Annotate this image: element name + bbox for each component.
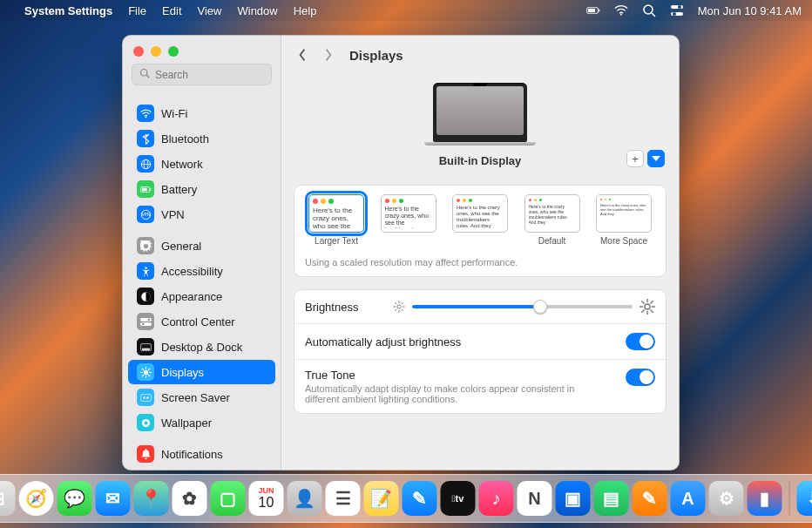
page-title: Displays	[349, 48, 403, 63]
dock-tv-icon[interactable]: tv	[441, 481, 476, 516]
menu-view[interactable]: View	[198, 4, 222, 17]
resolution-thumb: Here's to the crazy ones, who see the tr…	[452, 194, 508, 233]
sidebar-item-label: Desktop & Dock	[161, 341, 242, 354]
sidebar-item-accessibility[interactable]: Accessibility	[128, 259, 275, 283]
dock-reminders-icon[interactable]: ☰	[326, 481, 361, 516]
sidebar-item-control-center[interactable]: Control Center	[128, 309, 275, 334]
dock-pages-icon[interactable]: ✎	[633, 481, 667, 516]
dock-notes-icon[interactable]: 📝	[364, 481, 399, 516]
svg-line-58	[642, 301, 645, 304]
resolution-option-2[interactable]: Here's to the crazy ones, who see the tr…	[377, 194, 440, 247]
menubar-datetime[interactable]: Mon Jun 10 9:41 AM	[698, 4, 802, 17]
wifi-status-icon[interactable]	[614, 3, 628, 17]
spotlight-icon[interactable]	[642, 3, 656, 17]
brightness-knob[interactable]	[533, 300, 547, 314]
truetone-label: True Tone	[305, 369, 592, 382]
bluetooth-icon	[137, 130, 154, 147]
dock-iphone-mirror-icon[interactable]: ▮	[748, 481, 782, 516]
dock-launchpad-icon[interactable]: ⊞	[0, 481, 16, 516]
resolution-option-4[interactable]: Here's to the crazy ones, who see the tr…	[521, 194, 584, 247]
sidebar-item-label: Network	[161, 158, 203, 171]
resolution-panel: Here's to the crazy ones, who see the tr…	[294, 185, 667, 277]
dock-calendar-icon[interactable]: JUN10	[249, 481, 284, 516]
svg-line-11	[146, 75, 149, 78]
sidebar-item-wallpaper[interactable]: Wallpaper	[128, 410, 275, 435]
bell-icon	[137, 445, 154, 463]
sidebar-item-sound[interactable]: Sound	[128, 467, 275, 470]
resolution-thumb: Here's to the crazy ones, who see the tr…	[524, 194, 580, 233]
svg-rect-1	[588, 9, 595, 12]
dock-news-icon[interactable]: N	[518, 481, 552, 516]
dock-freeform-icon[interactable]: ✎	[403, 481, 437, 516]
wallpaper-icon	[137, 414, 154, 431]
dock-maps-icon[interactable]: 📍	[134, 481, 169, 516]
svg-point-53	[645, 304, 650, 309]
svg-line-37	[148, 369, 149, 369]
sidebar-item-notifications[interactable]: Notifications	[128, 442, 275, 466]
dock-messages-icon[interactable]: 💬	[58, 481, 92, 516]
back-button[interactable]	[294, 46, 311, 64]
svg-line-61	[651, 301, 653, 304]
menu-window[interactable]: Window	[237, 4, 277, 17]
brightness-track[interactable]	[412, 305, 633, 308]
menu-file[interactable]: File	[128, 4, 146, 17]
resolution-option-5[interactable]: Here's to the crazy ones, who see the tr…	[592, 194, 655, 247]
resolution-option-1[interactable]: Here's to the crazy ones, who see the tr…	[305, 194, 368, 247]
resolution-thumb: Here's to the crazy ones, who see the tr…	[596, 194, 652, 233]
truetone-toggle[interactable]	[626, 369, 655, 386]
control-center-icon[interactable]	[670, 3, 684, 17]
dock-mail-icon[interactable]: ✉	[96, 481, 131, 516]
auto-brightness-toggle[interactable]	[626, 333, 655, 350]
search-input[interactable]	[155, 69, 264, 81]
sidebar-item-appearance[interactable]: Appearance	[128, 284, 275, 308]
sidebar-item-displays[interactable]: Displays	[128, 360, 275, 384]
window-zoom-button[interactable]	[168, 46, 179, 57]
sidebar-item-screen-saver[interactable]: Screen Saver	[128, 385, 275, 410]
dock-facetime-icon[interactable]: ▢	[211, 481, 246, 516]
content-scroll[interactable]: Built-in Display + Here's to the crazy o…	[281, 74, 679, 426]
display-preview-icon	[433, 83, 527, 142]
resolution-option-3[interactable]: Here's to the crazy ones, who see the tr…	[449, 194, 511, 247]
menubar-app-name[interactable]: System Settings	[24, 4, 112, 17]
dock-photos-icon[interactable]: ✿	[173, 481, 207, 516]
sidebar-item-general[interactable]: General	[128, 234, 275, 258]
svg-text:VPN: VPN	[141, 213, 149, 217]
battery-status-icon[interactable]	[586, 3, 600, 17]
window-minimize-button[interactable]	[151, 46, 161, 57]
brightness-slider[interactable]	[393, 299, 655, 315]
sidebar-item-network[interactable]: Network	[128, 152, 275, 176]
menu-help[interactable]: Help	[294, 4, 317, 17]
brightness-high-icon	[639, 299, 655, 315]
svg-line-51	[396, 309, 396, 310]
svg-rect-17	[141, 187, 146, 191]
sidebar-search[interactable]	[132, 64, 272, 85]
dock-safari-icon[interactable]: 🧭	[19, 481, 54, 516]
sidebar-item-label: Bluetooth	[161, 132, 209, 146]
menu-edit[interactable]: Edit	[162, 4, 181, 17]
sidebar-item-wi-fi[interactable]: Wi-Fi	[128, 101, 275, 125]
brightness-panel: Brightness Automat	[294, 289, 667, 414]
dock-numbers-icon[interactable]: ▤	[594, 481, 629, 516]
dock-downloads-icon[interactable]: ⬇	[797, 481, 813, 516]
forward-button[interactable]	[320, 46, 337, 64]
svg-rect-38	[140, 394, 151, 401]
sidebar-nav: Wi-FiBluetoothNetworkBatteryVPNVPNGenera…	[123, 94, 281, 470]
menubar-left: System Settings File Edit View Window He…	[9, 4, 316, 17]
sidebar-item-battery[interactable]: Battery	[128, 177, 275, 201]
add-display-button[interactable]: +	[626, 150, 644, 167]
settings-window: Wi-FiBluetoothNetworkBatteryVPNVPNGenera…	[122, 35, 680, 470]
svg-rect-24	[140, 322, 152, 326]
svg-line-52	[403, 302, 403, 303]
svg-point-29	[144, 370, 147, 374]
window-close-button[interactable]	[133, 46, 144, 57]
dock-settings-icon[interactable]: ⚙	[709, 481, 744, 516]
dock-keynote-icon[interactable]: ▣	[556, 481, 591, 516]
dock-icon	[137, 338, 154, 355]
sidebar-item-bluetooth[interactable]: Bluetooth	[128, 126, 275, 151]
dock-music-icon[interactable]: ♪	[479, 481, 514, 516]
sidebar-item-vpn[interactable]: VPNVPN	[128, 202, 275, 227]
display-options-button[interactable]	[647, 150, 665, 167]
dock-contacts-icon[interactable]: 👤	[288, 481, 322, 516]
sidebar-item-desktop-dock[interactable]: Desktop & Dock	[128, 335, 275, 359]
dock-appstore-icon[interactable]: A	[671, 481, 706, 516]
